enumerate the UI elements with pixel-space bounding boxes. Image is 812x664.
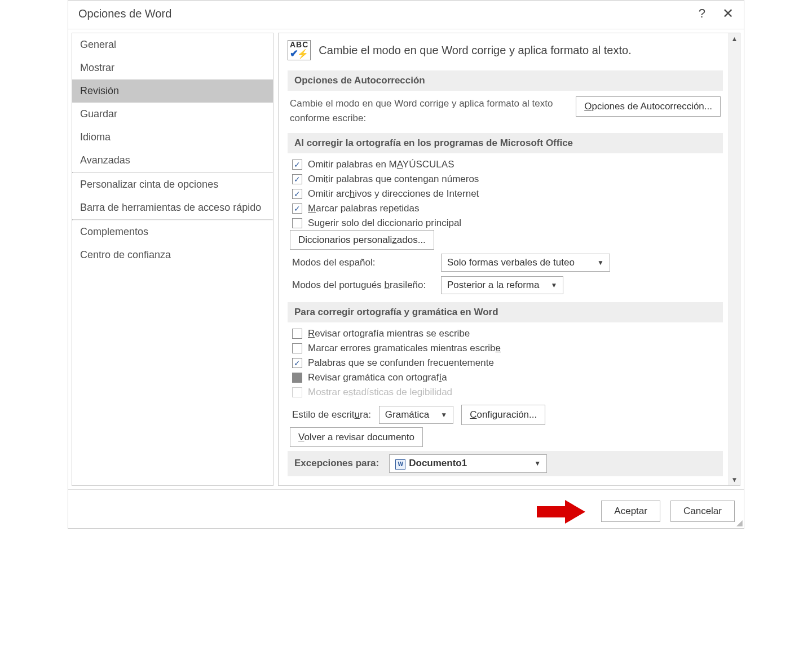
portuguese-modes-select[interactable]: Posterior a la reforma▼ bbox=[441, 276, 563, 294]
exceptions-document-select[interactable]: WDocumento1 ▼ bbox=[389, 454, 547, 473]
label-grammar-with-spelling: Revisar gramática con ortografía bbox=[308, 372, 447, 383]
sidebar-item-personalizar-cinta[interactable]: Personalizar cinta de opciones bbox=[72, 173, 273, 196]
intro-text: Cambie el modo en que Word corrige y apl… bbox=[319, 44, 631, 57]
chevron-down-icon: ▼ bbox=[440, 411, 447, 419]
label-omit-numbers: Omitir palabras que contengan números bbox=[308, 174, 479, 185]
main-panel: ABC✔⚡ Cambie el modo en que Word corrige… bbox=[279, 33, 729, 485]
checkbox-omit-internet[interactable]: ✓ bbox=[292, 189, 302, 199]
spanish-modes-select[interactable]: Solo formas verbales de tuteo▼ bbox=[441, 254, 610, 272]
label-mark-repeated: Marcar palabras repetidas bbox=[308, 203, 420, 214]
exceptions-label: Excepciones para: bbox=[294, 458, 379, 469]
label-omit-internet: Omitir archivos y direcciones de Interne… bbox=[308, 188, 479, 200]
close-icon[interactable]: ✕ bbox=[722, 7, 734, 20]
checkbox-check-spelling-typing[interactable] bbox=[292, 329, 302, 339]
checkbox-mark-repeated[interactable]: ✓ bbox=[292, 203, 302, 214]
category-sidebar: General Mostrar Revisión Guardar Idioma … bbox=[72, 33, 273, 486]
checkbox-omit-numbers[interactable]: ✓ bbox=[292, 174, 302, 184]
chevron-down-icon: ▼ bbox=[550, 281, 557, 289]
recheck-document-button[interactable]: Volver a revisar documento bbox=[290, 427, 423, 447]
settings-button[interactable]: Configuración... bbox=[461, 405, 545, 425]
checkbox-confused-words[interactable]: ✓ bbox=[292, 358, 302, 368]
ok-button[interactable]: Aceptar bbox=[601, 501, 660, 522]
label-readability-stats: Mostrar estadísticas de legibilidad bbox=[308, 387, 452, 398]
checkbox-suggest-main-dict[interactable] bbox=[292, 218, 302, 228]
titlebar: Opciones de Word ? ✕ bbox=[68, 1, 744, 29]
scroll-down-icon[interactable]: ▼ bbox=[730, 475, 739, 484]
sidebar-item-centro-confianza[interactable]: Centro de confianza bbox=[72, 244, 273, 267]
label-omit-uppercase: Omitir palabras en MAYÚSCULAS bbox=[308, 159, 454, 170]
section-exceptions: Excepciones para: WDocumento1 ▼ bbox=[288, 451, 723, 476]
label-confused-words: Palabras que se confunden frecuentemente bbox=[308, 357, 494, 369]
vertical-scrollbar[interactable]: ▲ ▼ bbox=[729, 33, 740, 485]
cancel-button[interactable]: Cancelar bbox=[670, 501, 735, 522]
sidebar-item-idioma[interactable]: Idioma bbox=[72, 126, 273, 149]
sidebar-item-guardar[interactable]: Guardar bbox=[72, 103, 273, 126]
chevron-down-icon: ▼ bbox=[534, 459, 541, 467]
dialog-footer: Aceptar Cancelar bbox=[68, 489, 744, 528]
writing-style-select[interactable]: Gramática▼ bbox=[379, 406, 453, 424]
section-autocorrect-header: Opciones de Autocorrección bbox=[288, 70, 723, 91]
scroll-up-icon[interactable]: ▲ bbox=[730, 34, 739, 43]
section-spelling-word-header: Para corregir ortografía y gramática en … bbox=[288, 302, 723, 322]
label-check-spelling-typing: Revisar ortografía mientras se escribe bbox=[308, 328, 470, 339]
sidebar-item-complementos[interactable]: Complementos bbox=[72, 220, 273, 244]
word-document-icon: W bbox=[395, 459, 405, 470]
resize-grip-icon[interactable]: ◢ bbox=[736, 518, 743, 527]
window-title: Opciones de Word bbox=[78, 7, 171, 20]
chevron-down-icon: ▼ bbox=[597, 259, 604, 267]
checkbox-grammar-with-spelling[interactable] bbox=[292, 373, 302, 383]
autocorrect-options-button[interactable]: Opciones de Autocorrección... bbox=[576, 96, 721, 117]
sidebar-item-general[interactable]: General bbox=[72, 33, 273, 56]
custom-dictionaries-button[interactable]: Diccionarios personalizados... bbox=[290, 230, 434, 250]
sidebar-item-revision[interactable]: Revisión bbox=[72, 79, 273, 103]
autocorrect-desc: Cambie el modo en que Word corrige y apl… bbox=[290, 96, 564, 125]
word-options-dialog: Opciones de Word ? ✕ General Mostrar Rev… bbox=[68, 0, 744, 529]
writing-style-label: Estilo de escritura: bbox=[292, 409, 371, 420]
sidebar-item-mostrar[interactable]: Mostrar bbox=[72, 56, 273, 79]
section-spelling-programs-header: Al corregir la ortografía en los program… bbox=[288, 133, 723, 153]
label-suggest-main-dict: Sugerir solo del diccionario principal bbox=[308, 218, 461, 229]
label-mark-grammar: Marcar errores gramaticales mientras esc… bbox=[308, 343, 501, 354]
checkbox-mark-grammar[interactable] bbox=[292, 343, 302, 353]
spanish-modes-label: Modos del español: bbox=[292, 257, 433, 268]
checkbox-readability-stats bbox=[292, 387, 302, 397]
sidebar-item-avanzadas[interactable]: Avanzadas bbox=[72, 149, 273, 172]
checkbox-omit-uppercase[interactable]: ✓ bbox=[292, 160, 302, 170]
portuguese-modes-label: Modos del portugués brasileño: bbox=[292, 280, 433, 291]
proofing-icon: ABC✔⚡ bbox=[288, 40, 311, 60]
sidebar-item-barra-acceso-rapido[interactable]: Barra de herramientas de acceso rápido bbox=[72, 196, 273, 219]
help-icon[interactable]: ? bbox=[699, 6, 705, 21]
annotation-arrow-icon bbox=[537, 500, 588, 523]
